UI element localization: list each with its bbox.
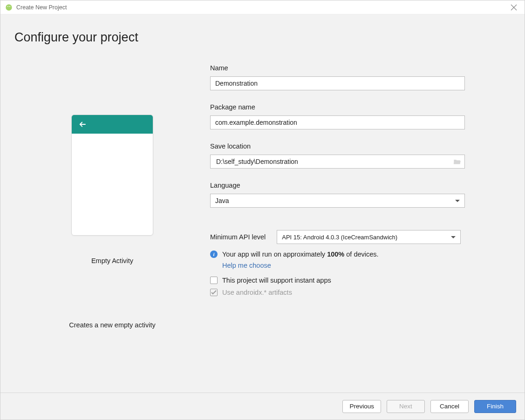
footer: Previous Next Cancel Finish — [0, 393, 525, 420]
min-api-label: Minimum API level — [210, 233, 266, 241]
preview-label: Empty Activity — [91, 257, 133, 264]
save-location-label: Save location — [210, 142, 479, 150]
save-location-field[interactable] — [210, 155, 465, 169]
android-studio-icon — [5, 4, 13, 11]
name-label: Name — [210, 64, 479, 72]
instant-apps-label: This project will support instant apps — [222, 277, 331, 284]
page-title: Configure your project — [14, 30, 511, 45]
androidx-row: Use androidx.* artifacts — [210, 289, 479, 296]
package-name-label: Package name — [210, 103, 479, 111]
device-info-percent: 100% — [327, 251, 344, 258]
device-coverage-info: i Your app will run on approximately 100… — [210, 251, 479, 258]
language-value: Java — [215, 197, 229, 204]
window-title: Create New Project — [16, 4, 67, 11]
body: Empty Activity Creates a new empty activ… — [14, 64, 511, 393]
info-icon: i — [210, 251, 218, 258]
chevron-down-icon — [455, 200, 460, 202]
name-input[interactable] — [210, 76, 465, 90]
min-api-select[interactable]: API 15: Android 4.0.3 (IceCreamSandwich) — [277, 230, 461, 244]
device-info-prefix: Your app will run on approximately — [222, 251, 327, 258]
package-name-input[interactable] — [210, 115, 465, 129]
preview-appbar — [72, 115, 153, 134]
finish-button[interactable]: Finish — [474, 400, 516, 413]
back-arrow-icon — [78, 120, 87, 129]
svg-point-1 — [7, 6, 8, 7]
androidx-label: Use androidx.* artifacts — [222, 289, 292, 296]
min-api-value: API 15: Android 4.0.3 (IceCreamSandwich) — [282, 234, 397, 241]
cancel-button[interactable]: Cancel — [430, 400, 469, 413]
chevron-down-icon — [451, 236, 456, 238]
instant-apps-checkbox[interactable] — [210, 277, 218, 284]
device-info-suffix: of devices. — [344, 251, 378, 258]
left-pane: Empty Activity Creates a new empty activ… — [14, 64, 210, 393]
language-label: Language — [210, 182, 479, 189]
titlebar: Create New Project — [0, 0, 525, 14]
close-icon[interactable] — [511, 4, 517, 11]
previous-button[interactable]: Previous — [342, 400, 381, 413]
help-me-choose-link[interactable]: Help me choose — [222, 262, 479, 269]
svg-point-2 — [9, 6, 10, 7]
activity-preview — [71, 115, 153, 236]
androidx-checkbox — [210, 289, 218, 296]
right-pane: Name Package name Save location — [210, 64, 511, 393]
content: Configure your project Empty Activity Cr… — [0, 14, 525, 393]
next-button: Next — [387, 400, 425, 413]
svg-point-0 — [6, 4, 12, 10]
browse-folder-icon[interactable] — [453, 158, 461, 165]
language-select[interactable]: Java — [210, 194, 465, 208]
window: Create New Project Configure your projec… — [0, 0, 525, 420]
save-location-input[interactable] — [215, 157, 453, 166]
instant-apps-row[interactable]: This project will support instant apps — [210, 277, 479, 284]
preview-description: Creates a new empty activity — [69, 321, 155, 329]
